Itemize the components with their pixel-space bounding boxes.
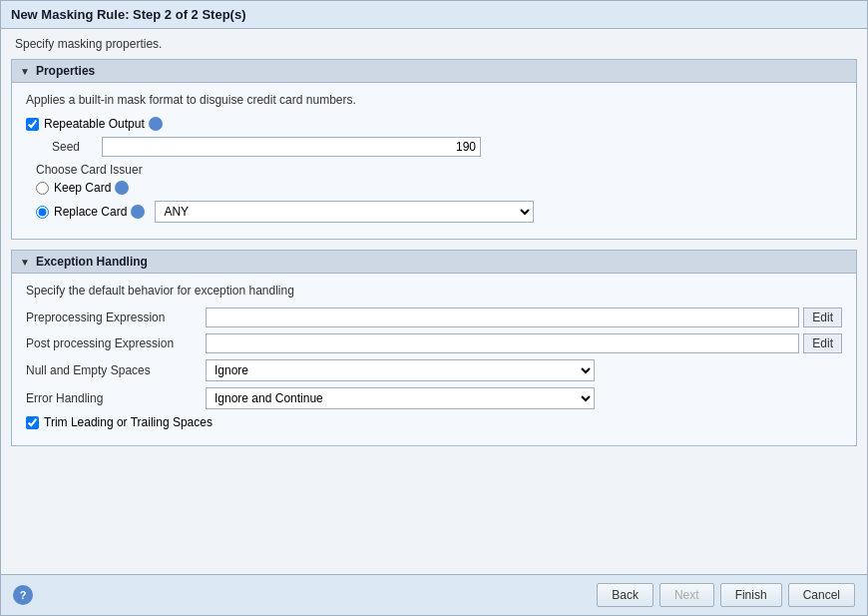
dialog-title: New Masking Rule: Step 2 of 2 Step(s) [1,1,867,29]
finish-button[interactable]: Finish [720,583,782,607]
postprocessing-expression-row: Post processing Expression Edit [26,333,842,353]
postprocessing-expression-control: Edit [206,333,842,353]
postprocessing-expression-input[interactable] [206,333,799,353]
null-empty-spaces-label: Null and Empty Spaces [26,363,206,377]
seed-label: Seed [52,140,102,154]
preprocessing-expression-label: Preprocessing Expression [26,310,206,324]
cancel-button[interactable]: Cancel [788,583,855,607]
keep-card-label: Keep Card [54,181,111,195]
dialog-body: ▼ Properties Applies a built-in mask for… [1,59,867,574]
dialog-footer: ? Back Next Finish Cancel [1,574,867,615]
dialog-subtitle: Specify masking properties. [1,29,867,59]
dialog: New Masking Rule: Step 2 of 2 Step(s) Sp… [0,0,868,616]
error-handling-label: Error Handling [26,391,206,405]
error-handling-control: Ignore and Continue Stop on Error Null [206,387,842,409]
keep-card-row: Keep Card i [36,181,842,195]
back-button[interactable]: Back [597,583,653,607]
next-button[interactable]: Next [659,583,714,607]
keep-card-info-icon[interactable]: i [115,181,129,195]
properties-section-content: Applies a built-in mask format to disgui… [11,83,857,240]
repeatable-output-label: Repeatable Output [44,117,145,131]
null-empty-spaces-select[interactable]: Ignore Error Null [206,359,595,381]
trim-spaces-row: Trim Leading or Trailing Spaces [26,415,842,429]
keep-card-radio[interactable] [36,182,49,195]
null-empty-spaces-control: Ignore Error Null [206,359,842,381]
help-icon[interactable]: ? [13,585,33,605]
error-handling-select[interactable]: Ignore and Continue Stop on Error Null [206,387,595,409]
null-empty-spaces-row: Null and Empty Spaces Ignore Error Null [26,359,842,381]
exception-handling-collapse-arrow: ▼ [20,257,30,268]
properties-collapse-arrow: ▼ [20,66,30,77]
replace-card-label: Replace Card [54,205,127,219]
properties-description: Applies a built-in mask format to disgui… [26,93,842,107]
exception-handling-section-header[interactable]: ▼ Exception Handling [11,250,857,274]
trim-spaces-checkbox[interactable] [26,416,39,429]
postprocessing-expression-edit-button[interactable]: Edit [803,333,842,353]
seed-input[interactable] [102,137,481,157]
repeatable-output-row: Repeatable Output i [26,117,842,131]
preprocessing-expression-edit-button[interactable]: Edit [803,308,842,327]
footer-right: Back Next Finish Cancel [597,583,855,607]
properties-section-label: Properties [36,64,95,78]
exception-handling-section-label: Exception Handling [36,255,148,269]
preprocessing-expression-input[interactable] [206,308,799,327]
preprocessing-expression-control: Edit [206,308,842,327]
replace-card-info-icon[interactable]: i [131,205,145,219]
properties-section-header[interactable]: ▼ Properties [11,59,857,83]
replace-card-radio[interactable] [36,206,49,219]
exception-handling-section-content: Specify the default behavior for excepti… [11,274,857,446]
exception-handling-description: Specify the default behavior for excepti… [26,284,842,298]
seed-row: Seed [52,137,842,157]
postprocessing-expression-label: Post processing Expression [26,336,206,350]
trim-spaces-label: Trim Leading or Trailing Spaces [44,415,213,429]
error-handling-row: Error Handling Ignore and Continue Stop … [26,387,842,409]
preprocessing-expression-row: Preprocessing Expression Edit [26,308,842,327]
repeatable-output-checkbox[interactable] [26,118,39,131]
replace-card-row: Replace Card i ANY VISA MASTERCARD AMEX … [36,201,842,223]
choose-card-issuer-label: Choose Card Issuer [36,163,842,177]
footer-left: ? [13,585,33,605]
repeatable-output-info-icon[interactable]: i [149,117,163,131]
replace-card-select[interactable]: ANY VISA MASTERCARD AMEX DISCOVER [155,201,534,223]
